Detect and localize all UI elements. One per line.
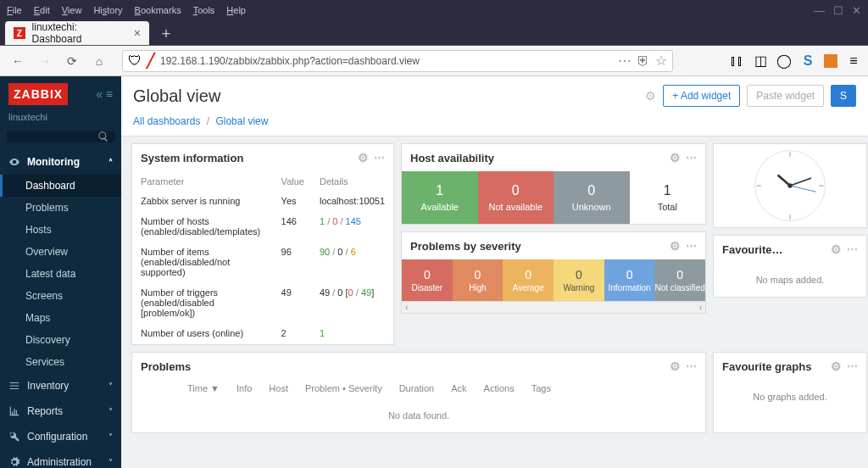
widget-system-info: System information ⚙⋯ ParameterValueDeta…: [131, 143, 394, 345]
ext2-icon[interactable]: [824, 54, 837, 68]
col-header[interactable]: Host: [269, 383, 288, 393]
search-icon: [97, 131, 109, 142]
table-row: Zabbix server is runningYeslocalhost:100…: [134, 192, 392, 210]
severity-cell: 0Average: [503, 259, 554, 301]
menu-history[interactable]: History: [93, 5, 122, 15]
wrench-icon: [8, 431, 20, 443]
widget-title: Host availability: [410, 152, 494, 164]
sidebar-item-hosts[interactable]: Hosts: [0, 219, 121, 241]
avail-cell: 1Total: [630, 171, 706, 224]
tab-favicon: Z: [14, 27, 25, 39]
menu-bookmarks[interactable]: Bookmarks: [135, 5, 181, 15]
col-header[interactable]: Ack: [451, 383, 466, 393]
svg-point-8: [787, 183, 792, 187]
eye-icon: [8, 156, 20, 168]
browser-tab[interactable]: Z linuxtechi: Dashboard ×: [5, 21, 149, 45]
sidebar-section-configuration[interactable]: Configuration ˅: [0, 424, 121, 449]
col-header[interactable]: Tags: [531, 383, 551, 393]
sidebar-section-reports[interactable]: Reports ˅: [0, 398, 121, 424]
browser-navbar: ← → ⟳ ⌂ 🛡 ╱ 192.168.1.190/zabbix/zabbix.…: [0, 46, 868, 76]
sidebar-item-overview[interactable]: Overview: [0, 241, 121, 263]
dashboard-settings-icon[interactable]: ⚙: [645, 89, 656, 103]
breadcrumb: All dashboards / Global view: [121, 110, 868, 136]
widget-more-icon[interactable]: ⋯: [686, 359, 697, 373]
widget-gear-icon[interactable]: ⚙: [358, 151, 369, 164]
chevron-down-icon: ˅: [108, 407, 113, 416]
new-tab-button[interactable]: +: [154, 23, 178, 45]
breadcrumb-current[interactable]: Global view: [215, 115, 268, 127]
table-row: Number of triggers (enabled/disabled [pr…: [134, 283, 392, 322]
bookmark-icon[interactable]: ☆: [655, 53, 667, 69]
home-button[interactable]: ⌂: [88, 50, 110, 72]
widget-gear-icon[interactable]: ⚙: [831, 242, 842, 256]
sidebar-item-screens[interactable]: Screens: [0, 285, 121, 307]
ext1-icon[interactable]: S: [800, 53, 815, 69]
minimize-icon[interactable]: —: [814, 4, 825, 17]
shield-icon[interactable]: 🛡: [128, 53, 142, 69]
sidebar-item-maps[interactable]: Maps: [0, 307, 121, 329]
logo: ZABBIX: [8, 83, 68, 105]
close-icon[interactable]: ✕: [852, 4, 861, 17]
os-menu: File Edit View History Bookmarks Tools H…: [7, 5, 246, 15]
reader-icon[interactable]: ⛨: [637, 53, 650, 69]
widget-more-icon[interactable]: ⋯: [686, 239, 697, 253]
empty-text: No graphs added.: [714, 380, 866, 414]
col-header[interactable]: Duration: [399, 383, 435, 393]
col-header[interactable]: Info: [236, 383, 252, 393]
col-header[interactable]: Time ▼: [187, 383, 220, 393]
reload-button[interactable]: ⟳: [61, 50, 83, 72]
col-header[interactable]: Problem • Severity: [305, 383, 382, 393]
empty-text: No data found.: [132, 398, 705, 432]
sidebar-item-latest-data[interactable]: Latest data: [0, 263, 121, 285]
widget-gear-icon[interactable]: ⚙: [670, 151, 681, 164]
search-input[interactable]: [7, 131, 114, 142]
library-icon[interactable]: ⫿⫿: [729, 53, 744, 69]
col-header[interactable]: Actions: [484, 383, 515, 393]
back-button[interactable]: ←: [7, 50, 29, 72]
sidebar-toggle-icon[interactable]: ◫: [753, 53, 768, 69]
widget-fav-maps: Favourite… ⚙⋯ No maps added.: [713, 235, 867, 298]
widget-more-icon[interactable]: ⋯: [686, 151, 697, 164]
avail-cell: 0Not available: [478, 171, 554, 224]
sidebar-item-discovery[interactable]: Discovery: [0, 329, 121, 351]
add-widget-button[interactable]: + Add widget: [663, 85, 740, 107]
sidebar-item-problems[interactable]: Problems: [0, 197, 121, 219]
paste-widget-button: Paste widget: [747, 85, 824, 107]
severity-cell: 0Disaster: [402, 259, 453, 301]
widget-more-icon[interactable]: ⋯: [374, 151, 385, 164]
url-more-icon[interactable]: ⋯: [618, 53, 632, 69]
chevron-down-icon: ˅: [108, 432, 113, 442]
widget-title: Favourite…: [722, 243, 783, 256]
collapse-sidebar-icon[interactable]: « ≡: [96, 87, 113, 101]
sidebar-item-dashboard[interactable]: Dashboard: [0, 175, 121, 197]
maximize-icon[interactable]: ☐: [833, 4, 843, 17]
widget-gear-icon[interactable]: ⚙: [831, 359, 842, 373]
severity-cell: 0High: [453, 259, 504, 301]
sidebar-section-monitoring[interactable]: Monitoring ˄: [0, 149, 121, 175]
widget-more-icon[interactable]: ⋯: [847, 242, 858, 256]
tab-close-icon[interactable]: ×: [134, 26, 141, 40]
sidebar-section-inventory[interactable]: Inventory ˅: [0, 373, 121, 398]
content: Global view ⚙ + Add widget Paste widget …: [121, 76, 868, 468]
url-bar[interactable]: 🛡 ╱ 192.168.1.190/zabbix/zabbix.php?acti…: [122, 50, 673, 72]
menu-file[interactable]: File: [7, 5, 22, 15]
table-row: Number of items (enabled/disabled/not su…: [134, 242, 392, 281]
gear-icon: [8, 456, 20, 468]
menu-edit[interactable]: Edit: [34, 5, 50, 15]
widget-gear-icon[interactable]: ⚙: [670, 359, 681, 373]
widget-gear-icon[interactable]: ⚙: [670, 239, 681, 253]
sidebar-item-services[interactable]: Services: [0, 351, 121, 373]
save-button[interactable]: S: [831, 85, 856, 107]
widget-fav-graphs: Favourite graphs ⚙⋯ No graphs added.: [713, 352, 867, 433]
sidebar-section-administration[interactable]: Administration ˅: [0, 449, 121, 468]
breadcrumb-all[interactable]: All dashboards: [133, 115, 200, 127]
scroll-hint[interactable]: ‹›: [402, 301, 705, 313]
menu-tools[interactable]: Tools: [193, 5, 215, 15]
account-icon[interactable]: ◯: [776, 53, 792, 69]
forward-button[interactable]: →: [34, 50, 56, 72]
hamburger-icon[interactable]: ≡: [846, 53, 861, 69]
widget-more-icon[interactable]: ⋯: [847, 359, 858, 373]
menu-help[interactable]: Help: [226, 5, 246, 15]
severity-cell: 0Not classified: [654, 259, 705, 301]
menu-view[interactable]: View: [62, 5, 82, 15]
